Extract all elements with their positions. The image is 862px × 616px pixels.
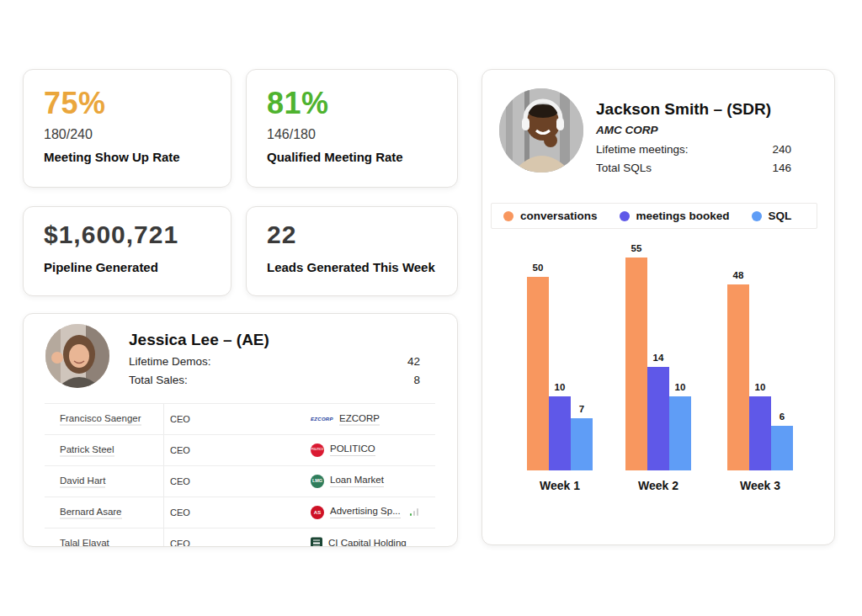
leads-generated-card: 22 Leads Generated This Week bbox=[246, 206, 458, 296]
bar-meetings-booked-week-3 bbox=[749, 396, 771, 470]
bar-conversations-week-1 bbox=[527, 277, 549, 470]
lead-name-link[interactable]: Bernard Asare bbox=[60, 506, 122, 518]
legend-item-conversations[interactable]: conversations bbox=[503, 210, 598, 222]
lead-company-link[interactable]: EZCORP bbox=[339, 412, 380, 425]
leads-generated-value: 22 bbox=[267, 220, 437, 248]
bar-value-label: 14 bbox=[641, 353, 675, 363]
meeting-show-up-rate-fraction: 180/240 bbox=[44, 127, 210, 142]
bar-SQL-week-1 bbox=[571, 418, 593, 470]
bar-SQL-week-2 bbox=[669, 396, 691, 470]
legend-dot-icon bbox=[503, 211, 513, 221]
bar-conversations-week-2 bbox=[625, 258, 647, 470]
ae-name: Jessica Lee – (AE) bbox=[129, 331, 269, 349]
lead-title: CEO bbox=[170, 445, 190, 455]
legend-dot-icon bbox=[620, 211, 630, 221]
lead-name-link[interactable]: Patrick Steel bbox=[60, 443, 114, 456]
sdr-rep-card: Jackson Smith – (SDR) AMC CORP Lifetime … bbox=[482, 69, 835, 545]
meeting-show-up-rate-card: 75% 180/240 Meeting Show Up Rate bbox=[23, 69, 231, 188]
chart-legend: conversationsmeetings bookedSQL bbox=[491, 203, 817, 229]
x-axis-label-week-3: Week 3 bbox=[718, 479, 802, 492]
lead-title: CEO bbox=[170, 539, 190, 548]
table-row: Bernard AsareCEOASAdvertising Sp... bbox=[24, 497, 457, 528]
bar-value-label: 10 bbox=[743, 382, 777, 392]
ci-logo-icon bbox=[311, 538, 322, 548]
legend-item-SQL[interactable]: SQL bbox=[752, 210, 792, 222]
bar-value-label: 6 bbox=[765, 412, 799, 422]
qualified-meeting-rate-label: Qualified Meeting Rate bbox=[267, 150, 437, 164]
sdr-total-sqls-value: 146 bbox=[772, 162, 791, 174]
legend-label: conversations bbox=[520, 210, 598, 222]
x-axis-label-week-1: Week 1 bbox=[518, 479, 602, 492]
lead-company-cell: CI Capital Holding bbox=[311, 537, 407, 547]
leads-generated-label: Leads Generated This Week bbox=[267, 260, 437, 274]
ezcorp-logo-icon: EZCORP bbox=[311, 415, 333, 423]
lead-company-cell: EZCORPEZCORP bbox=[311, 412, 380, 425]
bar-chart: 5055481014107106Week 1Week 2Week 3 bbox=[482, 238, 834, 544]
lead-name-link[interactable]: Francisco Saenger bbox=[60, 412, 141, 425]
sdr-avatar bbox=[499, 88, 583, 173]
asi-logo-icon: AS bbox=[311, 506, 324, 519]
lead-title: CEO bbox=[170, 414, 190, 424]
qualified-meeting-rate-value: 81% bbox=[267, 87, 437, 120]
legend-label: SQL bbox=[769, 210, 792, 222]
ae-lifetime-demos-label: Lifetime Demos: bbox=[129, 355, 211, 368]
qualified-meeting-rate-fraction: 146/180 bbox=[267, 127, 437, 142]
lmg-logo-icon: LMG bbox=[311, 475, 324, 488]
lead-company-cell: LMGLoan Market bbox=[311, 475, 384, 488]
lead-name-link[interactable]: Talal Elayat bbox=[60, 537, 109, 547]
table-row: Patrick SteelCEOPOLITICOPOLITICO bbox=[24, 434, 457, 465]
lead-name-link[interactable]: David Hart bbox=[60, 475, 105, 487]
sdr-total-sqls-label: Total SQLs bbox=[596, 162, 652, 174]
qualified-meeting-rate-card: 81% 146/180 Qualified Meeting Rate bbox=[246, 69, 458, 188]
bar-value-label: 55 bbox=[620, 243, 653, 253]
meeting-show-up-rate-value: 75% bbox=[44, 87, 210, 120]
pipeline-generated-card: $1,600,721 Pipeline Generated bbox=[23, 206, 231, 296]
bar-conversations-week-3 bbox=[727, 284, 749, 470]
sdr-name: Jackson Smith – (SDR) bbox=[596, 100, 771, 119]
jackson-photo bbox=[499, 88, 583, 173]
pipeline-generated-value: $1,600,721 bbox=[44, 220, 210, 248]
ae-rep-card: Jessica Lee – (AE) Lifetime Demos: 42 To… bbox=[23, 313, 458, 547]
lead-company-cell: POLITICOPOLITICO bbox=[311, 443, 375, 457]
sdr-lifetime-meetings-label: Lifetime meetings: bbox=[596, 143, 689, 156]
meeting-show-up-rate-label: Meeting Show Up Rate bbox=[44, 150, 210, 164]
ae-total-sales-label: Total Sales: bbox=[129, 374, 188, 386]
lead-company-cell: ASAdvertising Sp... bbox=[311, 506, 418, 519]
leads-table: Francisco SaengerCEOEZCORPEZCORPPatrick … bbox=[24, 403, 457, 546]
pipeline-generated-label: Pipeline Generated bbox=[44, 260, 210, 274]
lead-company-link[interactable]: Loan Market bbox=[330, 475, 384, 487]
ae-total-sales-value: 8 bbox=[413, 374, 420, 386]
bar-value-label: 50 bbox=[521, 263, 555, 273]
bar-value-label: 48 bbox=[721, 270, 755, 280]
ae-avatar bbox=[45, 324, 109, 388]
lead-company-link[interactable]: Advertising Sp... bbox=[330, 506, 401, 518]
lead-company-link[interactable]: CI Capital Holding bbox=[328, 537, 407, 547]
lead-company-link[interactable]: POLITICO bbox=[330, 443, 375, 456]
legend-dot-icon bbox=[752, 211, 762, 221]
sdr-lifetime-meetings-value: 240 bbox=[772, 143, 791, 156]
table-row: David HartCEOLMGLoan Market bbox=[24, 465, 457, 497]
jessica-photo bbox=[45, 324, 109, 388]
x-axis-label-week-2: Week 2 bbox=[616, 479, 700, 492]
legend-label: meetings booked bbox=[636, 210, 730, 222]
signal-bars-icon bbox=[410, 508, 419, 516]
bar-SQL-week-3 bbox=[771, 426, 793, 470]
bar-value-label: 10 bbox=[663, 382, 697, 392]
politico-logo-icon: POLITICO bbox=[311, 443, 324, 457]
ae-lifetime-demos-value: 42 bbox=[407, 355, 420, 368]
table-row: Talal ElayatCEOCI Capital Holding bbox=[24, 528, 457, 547]
bar-value-label: 10 bbox=[543, 382, 577, 392]
table-row: Francisco SaengerCEOEZCORPEZCORP bbox=[24, 403, 457, 434]
sdr-company: AMC CORP bbox=[596, 124, 658, 136]
lead-title: CEO bbox=[170, 476, 190, 486]
bar-value-label: 7 bbox=[565, 404, 599, 414]
legend-item-meetings-booked[interactable]: meetings booked bbox=[620, 210, 730, 222]
lead-title: CEO bbox=[170, 507, 190, 518]
